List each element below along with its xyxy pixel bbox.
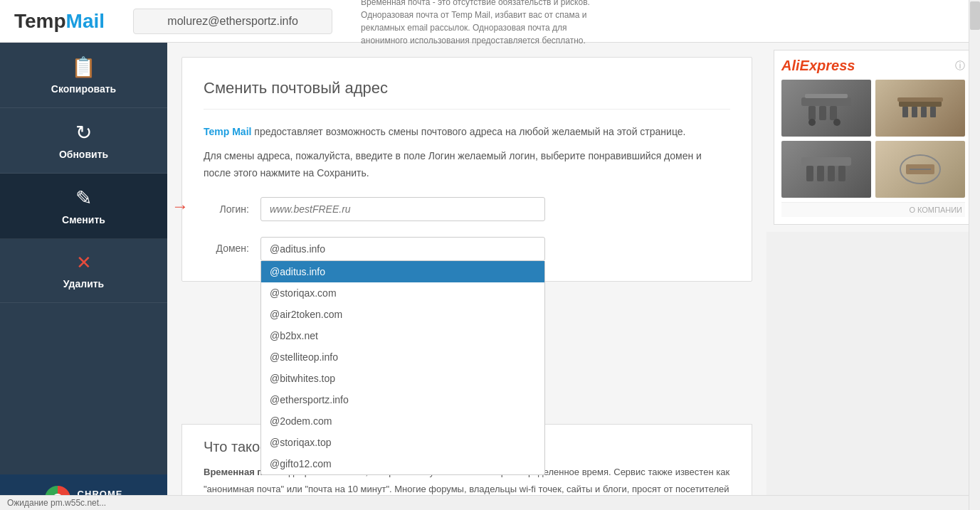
svg-rect-4 [805,94,848,98]
logo-mail: Mail [66,10,105,33]
svg-rect-14 [806,166,813,181]
delete-icon: ✕ [76,252,92,274]
dropdown-item-8[interactable]: @storiqax.top [261,432,544,453]
ad-brand: AliExpress [781,58,855,74]
active-arrow-indicator: → [172,196,189,216]
change-address-title: Сменить почтовый адрес [204,79,730,110]
svg-rect-2 [819,106,826,120]
dropdown-item-2[interactable]: @air2token.com [261,304,544,325]
tool-svg-1 [798,83,855,133]
sidebar-item-copy[interactable]: 📋 Скопировать [0,43,167,108]
svg-rect-7 [899,101,942,107]
sidebar-item-delete[interactable]: ✕ Удалить [0,239,167,303]
sidebar: 📋 Скопировать ↻ Обновить ✎ Сменить → ✕ У… [0,43,167,510]
svg-rect-10 [921,107,927,117]
dropdown-item-0[interactable]: @aditus.info [261,261,544,282]
change-desc-1-text: предоставляет возможность смены почтовог… [251,126,685,137]
login-label: Логин: [204,203,260,215]
svg-rect-12 [897,97,943,102]
ad-panel: AliExpress ⓘ [766,43,980,232]
svg-point-5 [808,119,816,126]
content-area: Сменить почтовый адрес Temp Mail предост… [167,43,766,510]
svg-rect-11 [930,107,936,117]
login-row: Логин: [204,197,730,221]
ad-company-label: О КОМПАНИИ [781,202,965,217]
domain-select-wrapper: @aditus.info @storiqax.com @air2token.co… [260,237,545,261]
sidebar-item-refresh[interactable]: ↻ Обновить [0,108,167,174]
domain-row: Домен: @aditus.info @storiqax.com @air2t… [204,237,730,261]
svg-rect-8 [902,107,908,117]
scrollbar-thumb[interactable] [970,1,980,30]
scrollbar-track[interactable] [969,0,980,510]
change-address-panel: Сменить почтовый адрес Temp Mail предост… [181,57,752,282]
dropdown-item-6[interactable]: @ethersportz.info [261,389,544,410]
header-description: Временная почта - это отсутствие обязате… [361,0,603,47]
delete-label: Удалить [63,278,104,289]
change-icon: ✎ [75,186,92,210]
header: TempMail molurez@ethersportz.info Времен… [0,0,980,43]
dropdown-item-9[interactable]: @gifto12.com [261,453,544,474]
svg-rect-1 [808,106,816,120]
tool-svg-4 [892,144,949,194]
tool-svg-3 [798,144,855,194]
ad-image-2 [875,80,965,137]
dropdown-item-5[interactable]: @bitwhites.top [261,368,544,389]
ad-image-1 [781,80,871,137]
svg-rect-13 [801,157,851,166]
copy-icon: 📋 [71,55,96,79]
login-input[interactable] [260,197,545,221]
ad-header: AliExpress ⓘ [781,58,965,74]
ad-image-4 [875,141,965,198]
refresh-icon: ↻ [75,121,92,144]
ad-info-icon[interactable]: ⓘ [955,60,965,73]
change-label: Сменить [62,214,105,225]
svg-rect-0 [801,97,851,106]
dropdown-item-1[interactable]: @storiqax.com [261,282,544,304]
logo: TempMail [14,10,105,33]
ad-image-3 [781,141,871,198]
change-desc-2: Для смены адреса, пожалуйста, введите в … [204,148,730,182]
svg-rect-17 [838,166,845,181]
logo-temp: Temp [14,10,66,33]
dropdown-item-4[interactable]: @stelliteop.info [261,346,544,368]
dropdown-item-7[interactable]: @2odem.com [261,410,544,432]
domain-dropdown: @aditus.info @storiqax.com @air2token.co… [260,261,545,475]
domain-label: Домен: [204,237,260,254]
svg-rect-16 [828,166,835,181]
svg-rect-15 [817,166,824,181]
right-panel: AliExpress ⓘ [766,43,980,510]
svg-rect-9 [912,107,917,117]
domain-select[interactable]: @aditus.info @storiqax.com @air2token.co… [260,237,545,261]
svg-point-6 [833,119,841,126]
temp-mail-brand: Temp Mail [204,126,251,137]
svg-rect-3 [830,106,837,120]
status-bar: Ожидание pm.w55c.net... [0,495,980,510]
change-desc-1: Temp Mail предоставляет возможность смен… [204,124,730,141]
ad-images [781,80,965,198]
main-layout: 📋 Скопировать ↻ Обновить ✎ Сменить → ✕ У… [0,43,980,510]
ad-box: AliExpress ⓘ [774,50,973,225]
copy-label: Скопировать [51,83,116,95]
refresh-label: Обновить [59,149,108,160]
status-text: Ожидание pm.w55c.net... [7,498,106,508]
tool-svg-2 [892,83,949,133]
sidebar-item-change[interactable]: ✎ Сменить → [0,174,167,239]
current-email-display[interactable]: molurez@ethersportz.info [133,9,332,34]
dropdown-item-3[interactable]: @b2bx.net [261,325,544,346]
